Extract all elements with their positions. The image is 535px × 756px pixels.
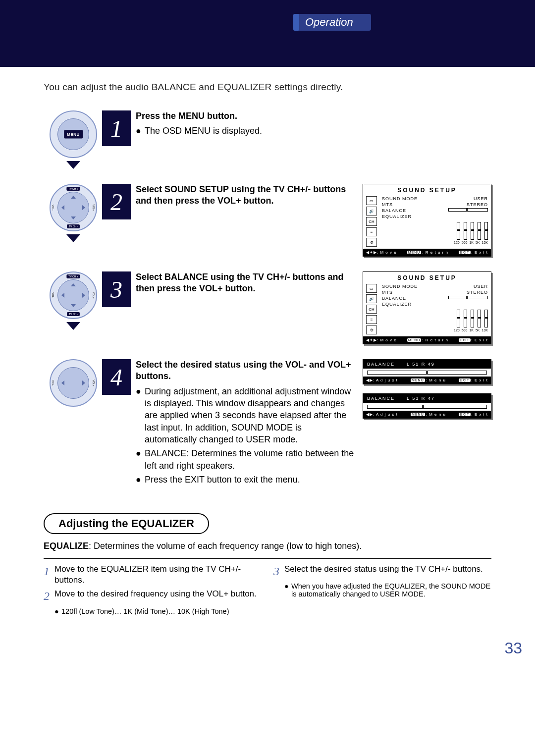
step-number: 4 — [102, 359, 131, 395]
osd-footer: ◀✦▶: M o v e MENU: R e t u r n EXIT: E x… — [363, 336, 491, 344]
ch-plus-icon: TV CH + — [66, 274, 80, 278]
gear-icon: ⚙ — [366, 325, 377, 334]
osd-footer: ◀▶: A d j u s t MENU: M e n u EXIT: E x … — [363, 411, 491, 418]
step-title: Select SOUND SETUP using the TV CH+/- bu… — [136, 184, 356, 207]
ch-minus-icon: TV CH - — [67, 224, 80, 228]
osd-footer: ◀✦▶: M o v e MENU: R e t u r n EXIT: E x… — [363, 249, 491, 256]
vol-minus-icon: VOL- — [52, 205, 54, 211]
tv-icon: ▭ — [366, 196, 377, 205]
eq-step: 1Move to the EQUALIZER item using the TV… — [44, 564, 262, 586]
tv-icon: ▭ — [366, 284, 377, 293]
step-title: Press the MENU button. — [136, 110, 356, 122]
eq-step: 2Move to the desired frequency using the… — [44, 589, 262, 604]
vol-minus-icon: VOL- — [52, 292, 54, 298]
eq-description: EQUALIZE: Determines the volume of each … — [44, 541, 491, 551]
remote-ch-vol: TV CH + TV CH - VOL- VOL+ — [50, 184, 97, 231]
osd-balance-b: BALANCEL 53 R 47 ◀▶: A d j u s t MENU: M… — [363, 393, 491, 419]
osd-balance-a: BALANCEL 51 R 49 ◀▶: A d j u s t MENU: M… — [363, 359, 491, 384]
ch-icon: CH — [366, 217, 377, 226]
remote-vol: VOL- VOL+ — [50, 359, 97, 407]
list-icon: ≡ — [366, 315, 377, 324]
eq-step: 3Select the desired status using the TV … — [273, 564, 491, 579]
speaker-icon: 🔊 — [366, 294, 377, 303]
step-number: 3 — [102, 271, 131, 307]
remote-ch-vol: TV CH + TV CH - VOL- VOL+ — [50, 271, 97, 319]
menu-button-icon: MENU — [64, 130, 83, 139]
osd-title: SOUND SETUP — [363, 184, 491, 196]
arrow-down-icon — [66, 234, 80, 242]
page-content: You can adjust the audio BALANCE and EQU… — [0, 67, 535, 625]
step-bullet: ●During adjustment, an additional adjust… — [136, 385, 356, 445]
step-2: TV CH + TV CH - VOL- VOL+ 2 Select SOUND… — [44, 184, 491, 257]
vol-minus-icon: VOL- — [52, 380, 54, 386]
section-heading: Adjusting the EQUALIZER — [44, 513, 209, 534]
ch-icon: CH — [366, 305, 377, 314]
section-tab: Operation — [296, 14, 371, 31]
osd-footer: ◀▶: A d j u s t MENU: M e n u EXIT: E x … — [363, 377, 491, 384]
vol-plus-icon: VOL+ — [92, 205, 95, 211]
ch-plus-icon: TV CH + — [66, 187, 80, 191]
step-title: Select the desired status using the VOL-… — [136, 359, 356, 382]
vol-plus-icon: VOL+ — [92, 380, 95, 386]
arrow-down-icon — [66, 322, 80, 330]
osd-sound-setup: SOUND SETUP ▭ 🔊 CH ≡ ⚙ SOUND MODEUSER MT… — [363, 271, 491, 344]
eq-steps: 1Move to the EQUALIZER item using the TV… — [44, 558, 491, 615]
step-bullet: ●Press the EXIT button to exit the menu. — [136, 474, 356, 486]
vol-plus-icon: VOL+ — [92, 292, 95, 299]
osd-sound-setup: SOUND SETUP ▭ 🔊 CH ≡ ⚙ SOUND MODEUSER MT… — [363, 184, 491, 257]
page-header: Operation — [0, 0, 535, 67]
step-3: TV CH + TV CH - VOL- VOL+ 3 Select BALAN… — [44, 271, 491, 344]
intro-text: You can adjust the audio BALANCE and EQU… — [44, 82, 491, 93]
step-title: Select BALANCE using the TV CH+/- button… — [136, 271, 356, 295]
eq-sub: ●When you have adjusted the EQUALIZER, t… — [284, 582, 491, 598]
step-1: MENU 1 Press the MENU button. ●The OSD M… — [44, 110, 491, 169]
step-number: 1 — [102, 110, 131, 146]
speaker-icon: 🔊 — [366, 207, 377, 216]
arrow-down-icon — [66, 161, 80, 169]
osd-title: SOUND SETUP — [363, 272, 491, 284]
step-bullet: ●The OSD MENU is displayed. — [136, 125, 356, 137]
gear-icon: ⚙ — [366, 238, 377, 247]
list-icon: ≡ — [366, 227, 377, 236]
remote-menu: MENU — [50, 110, 97, 158]
ch-minus-icon: TV CH - — [67, 312, 80, 316]
step-bullet: ●BALANCE: Determines the volume ratio be… — [136, 447, 356, 472]
page-number: 33 — [0, 639, 522, 657]
step-4: VOL- VOL+ 4 Select the desired status us… — [44, 359, 491, 487]
eq-sub: ●120fl (Low Tone)… 1K (Mid Tone)… 10K (H… — [54, 607, 262, 615]
step-number: 2 — [102, 184, 131, 219]
